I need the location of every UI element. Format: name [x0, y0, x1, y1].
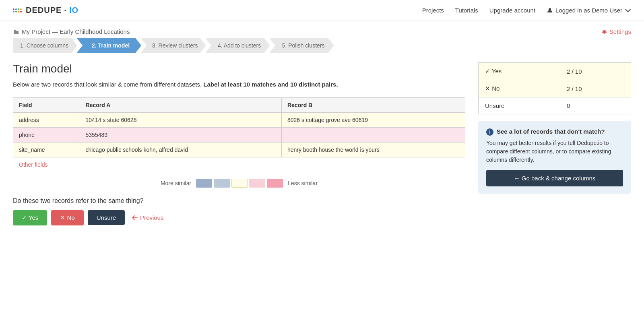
field-site-name: site_name — [13, 142, 80, 157]
page-title: Train model — [13, 62, 465, 75]
breadcrumb-text: My Project — Early Childhood Locations — [22, 28, 130, 35]
step-2[interactable]: 2. Train model — [77, 38, 141, 53]
hint-box: i See a lot of records that don't match?… — [478, 121, 631, 194]
sim-block-blue-dark — [196, 179, 212, 188]
stat-yes-label: ✓ Yes — [479, 63, 560, 80]
main-content: Train model Below are two records that l… — [0, 62, 644, 238]
no-button[interactable]: ✕ No — [51, 210, 83, 225]
table-row: site_name chicago public schools kohn, a… — [13, 142, 465, 157]
record-a-phone: 5355489 — [80, 127, 281, 142]
stat-no-label: ✕ No — [479, 80, 560, 97]
record-b-site-name: henry booth house the world is yours — [281, 142, 465, 157]
field-address: address — [13, 112, 80, 127]
settings-link[interactable]: Settings — [601, 28, 631, 35]
action-buttons: ✓ Yes ✕ No Unsure Previous — [13, 210, 465, 225]
info-icon: i — [486, 128, 493, 136]
stat-no-row: ✕ No 2 / 10 — [479, 80, 631, 97]
step-5[interactable]: 5. Polish clusters — [270, 38, 334, 53]
previous-label: Previous — [140, 214, 163, 221]
stat-yes-row: ✓ Yes 2 / 10 — [479, 63, 631, 80]
record-a-site-name: chicago public schools kohn, alfred davi… — [80, 142, 281, 157]
less-similar-label: Less similar — [288, 180, 318, 186]
stat-unsure-row: Unsure 0 — [479, 97, 631, 114]
previous-button[interactable]: Previous — [129, 210, 167, 225]
field-phone: phone — [13, 127, 80, 142]
nav-upgrade[interactable]: Upgrade account — [489, 7, 535, 14]
breadcrumb: My Project — Early Childhood Locations — [13, 28, 130, 35]
chevron-down-icon — [625, 7, 631, 14]
stat-no-value: 2 / 10 — [560, 80, 631, 97]
step-3[interactable]: 3. Review clusters — [141, 38, 206, 53]
table-row: phone 5355489 — [13, 127, 465, 142]
table-row: address 10414 s state 60628 8026 s cotta… — [13, 112, 465, 127]
content-area: Train model Below are two records that l… — [13, 62, 465, 225]
hint-title-text: See a lot of records that don't match? — [497, 128, 605, 135]
sim-block-yellow — [231, 179, 248, 188]
record-a-address: 10414 s state 60628 — [80, 112, 281, 127]
breadcrumb-bar: My Project — Early Childhood Locations S… — [0, 21, 644, 38]
question-text: Do these two records refer to the same t… — [13, 197, 465, 205]
col-header-record-b: Record B — [281, 97, 465, 112]
unsure-button[interactable]: Unsure — [88, 210, 125, 225]
hint-body: You may get better results if you tell D… — [486, 139, 623, 164]
record-b-phone — [281, 127, 465, 142]
logo-io-text: IO — [69, 6, 78, 15]
hint-title: i See a lot of records that don't match? — [486, 128, 623, 136]
other-fields-row: Other fields — [13, 157, 465, 172]
step-1[interactable]: 1. Choose columns — [13, 38, 77, 53]
stat-unsure-value: 0 — [560, 97, 631, 114]
col-header-record-a: Record A — [80, 97, 281, 112]
sim-block-pink-light — [249, 179, 265, 188]
sim-blocks — [196, 179, 283, 188]
user-icon — [547, 7, 553, 14]
stat-yes-value: 2 / 10 — [560, 63, 631, 80]
sidebar: ✓ Yes 2 / 10 ✕ No 2 / 10 Unsure 0 i See … — [478, 62, 631, 225]
more-similar-label: More similar — [161, 180, 191, 186]
yes-button[interactable]: ✓ Yes — [13, 210, 47, 225]
settings-icon — [601, 29, 607, 35]
logo-grid-icon — [13, 8, 22, 12]
arrow-left-icon — [132, 215, 138, 220]
instruction-text: Below are two records that look similar … — [13, 80, 465, 89]
step-4[interactable]: 4. Add to clusters — [206, 38, 270, 53]
other-fields-link[interactable]: Other fields — [13, 157, 465, 172]
nav-tutorials[interactable]: Tutorials — [455, 7, 478, 14]
nav-user-label: Logged in as Demo User — [555, 7, 622, 14]
col-header-field: Field — [13, 97, 80, 112]
nav-user[interactable]: Logged in as Demo User — [547, 7, 631, 14]
header: DEDUPE·IO Projects Tutorials Upgrade acc… — [0, 0, 644, 21]
sim-block-pink — [267, 179, 283, 188]
stat-unsure-label: Unsure — [479, 97, 560, 114]
folder-icon — [13, 29, 19, 35]
logo-dedupe-text: DEDUPE — [26, 6, 62, 15]
stats-table: ✓ Yes 2 / 10 ✕ No 2 / 10 Unsure 0 — [478, 62, 631, 114]
records-table: Field Record A Record B address 10414 s … — [13, 97, 465, 172]
similarity-bar: More similar Less similar — [13, 179, 465, 188]
record-b-address: 8026 s cottage grove ave 60619 — [281, 112, 465, 127]
settings-label: Settings — [609, 28, 631, 35]
go-back-button[interactable]: ← Go back & change columns — [486, 170, 623, 186]
instruction-bold: Label at least 10 matches and 10 distinc… — [203, 81, 338, 88]
logo: DEDUPE·IO — [13, 6, 78, 15]
steps-bar: 1. Choose columns 2. Train model 3. Revi… — [13, 38, 631, 53]
sim-block-blue-light — [214, 179, 230, 188]
instruction-part1: Below are two records that look similar … — [13, 81, 203, 88]
main-nav: Projects Tutorials Upgrade account Logge… — [422, 7, 631, 14]
nav-projects[interactable]: Projects — [422, 7, 444, 14]
